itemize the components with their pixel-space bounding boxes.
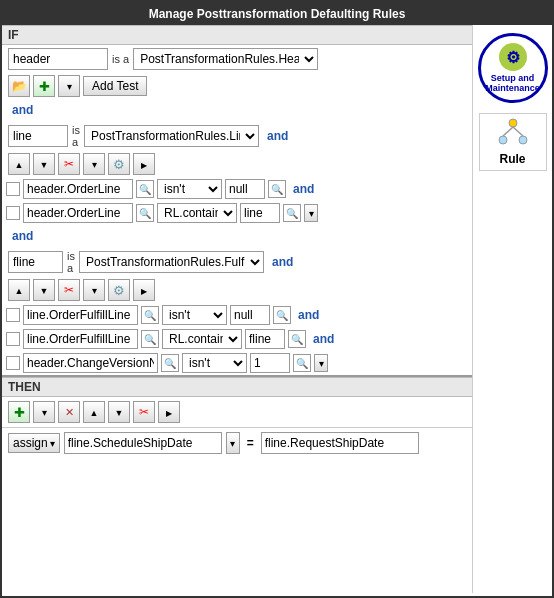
add-btn-then[interactable] (8, 401, 30, 423)
field-input-f1[interactable] (23, 305, 138, 325)
caret-icon-1 (67, 79, 72, 93)
field-input-f3[interactable] (23, 353, 158, 373)
is-a-label-2: isa (72, 124, 80, 148)
operator-select-1[interactable]: isn't (157, 179, 222, 199)
toolbar-3 (2, 277, 472, 303)
arrow-right-btn-then[interactable] (158, 401, 180, 423)
then-section-label: THEN (2, 377, 472, 397)
if-section-label: IF (2, 25, 472, 45)
fline-vo-select[interactable]: PostTransformationRules.FulfillLineVO (79, 251, 264, 273)
assign-button[interactable]: assign (8, 433, 60, 453)
folder-icon-btn[interactable] (8, 75, 30, 97)
header-vo-row: is a PostTransformationRules.HeaderVO (2, 45, 472, 73)
gear-btn-3[interactable] (108, 279, 130, 301)
search-btn-f3[interactable] (161, 354, 179, 372)
scissors-btn-then[interactable] (133, 401, 155, 423)
value-input-1[interactable] (225, 179, 265, 199)
search-btn-f2b[interactable] (288, 330, 306, 348)
caret-btn-3[interactable] (83, 279, 105, 301)
caret-icon-2 (92, 157, 97, 171)
and-label-fline: and (268, 254, 297, 270)
search-btn-f2[interactable] (141, 330, 159, 348)
rule-box[interactable]: Rule (479, 113, 547, 171)
search-btn-1[interactable] (136, 180, 154, 198)
up-btn-2[interactable] (8, 153, 30, 175)
value-input-f1[interactable] (230, 305, 270, 325)
checkbox-1[interactable] (6, 182, 20, 196)
value-input-2[interactable] (240, 203, 280, 223)
scissors-btn-2[interactable] (58, 153, 80, 175)
search-btn-1b[interactable] (268, 180, 286, 198)
gear-btn-2[interactable] (108, 153, 130, 175)
arrow-right-icon-2 (141, 157, 147, 171)
caret-btn-1[interactable] (58, 75, 80, 97)
header-vo-select[interactable]: PostTransformationRules.HeaderVO (133, 48, 318, 70)
down-btn-3[interactable] (33, 279, 55, 301)
field1-input[interactable] (64, 432, 222, 454)
field2-input[interactable] (261, 432, 419, 454)
gear-icon-3 (113, 283, 125, 298)
add-test-button[interactable]: Add Test (83, 76, 147, 96)
operator-select-f3[interactable]: isn't (182, 353, 247, 373)
condition-fline-3: isn't (2, 351, 472, 375)
page-title: Manage Posttransformation Defaulting Rul… (149, 7, 406, 21)
setup-maintenance-button[interactable]: ⚙ Setup andMaintenance (478, 33, 548, 103)
scissors-btn-3[interactable] (58, 279, 80, 301)
dropdown-btn-2[interactable] (304, 204, 318, 222)
and-label-cf1: and (294, 307, 323, 323)
header-field-input[interactable] (8, 48, 108, 70)
checkbox-f1[interactable] (6, 308, 20, 322)
arrow-right-icon-3 (141, 283, 147, 297)
search-btn-f3b[interactable] (293, 354, 311, 372)
toolbar-2 (2, 151, 472, 177)
add-icon-btn-1[interactable] (33, 75, 55, 97)
search-btn-2b[interactable] (283, 204, 301, 222)
down-btn-2[interactable] (33, 153, 55, 175)
operator-select-f1[interactable]: isn't (162, 305, 227, 325)
up-btn-then[interactable] (83, 401, 105, 423)
cross-btn-then[interactable] (58, 401, 80, 423)
up-btn-3[interactable] (8, 279, 30, 301)
search-btn-f1b[interactable] (273, 306, 291, 324)
search-icon-f2 (144, 332, 156, 346)
arrow-right-icon-then (166, 405, 172, 419)
and-label-line: and (263, 128, 292, 144)
line-field-input[interactable] (8, 125, 68, 147)
field-input-f2[interactable] (23, 329, 138, 349)
search-btn-2[interactable] (136, 204, 154, 222)
line-vo-select[interactable]: PostTransformationRules.LineVO (84, 125, 259, 147)
value-input-f3[interactable] (250, 353, 290, 373)
gear-icon-2 (113, 157, 125, 172)
value-input-f2[interactable] (245, 329, 285, 349)
caret-btn-then[interactable] (33, 401, 55, 423)
scissors-icon-2 (64, 157, 74, 171)
checkbox-2[interactable] (6, 206, 20, 220)
caret-btn-2[interactable] (83, 153, 105, 175)
svg-point-3 (499, 136, 507, 144)
fline-field-input[interactable] (8, 251, 63, 273)
down-btn-then[interactable] (108, 401, 130, 423)
operator-select-2[interactable]: RL.contains (157, 203, 237, 223)
search-icon-f1 (144, 308, 156, 322)
arrow-right-btn-2[interactable] (133, 153, 155, 175)
operator-select-f2[interactable]: RL.contains (162, 329, 242, 349)
dropdown-btn-f3[interactable] (314, 354, 328, 372)
condition-line-2: RL.contains (2, 201, 472, 225)
assign-label: assign (13, 436, 48, 450)
setup-label: Setup andMaintenance (485, 73, 540, 93)
and-label-2: and (2, 225, 472, 247)
checkbox-f2[interactable] (6, 332, 20, 346)
dropdown-caret-2 (309, 206, 314, 220)
search-btn-f1[interactable] (141, 306, 159, 324)
checkbox-f3[interactable] (6, 356, 20, 370)
scissors-icon-then (139, 405, 149, 419)
field-input-2[interactable] (23, 203, 133, 223)
search-icon-f3b (296, 356, 308, 370)
condition-fline-2: RL.contains and (2, 327, 472, 351)
fline-vo-row: isa PostTransformationRules.FulfillLineV… (2, 247, 472, 277)
field-input-1[interactable] (23, 179, 133, 199)
field1-dropdown-btn[interactable] (226, 432, 240, 454)
search-icon-1 (139, 182, 151, 196)
assign-caret-icon (50, 436, 55, 450)
arrow-right-btn-3[interactable] (133, 279, 155, 301)
